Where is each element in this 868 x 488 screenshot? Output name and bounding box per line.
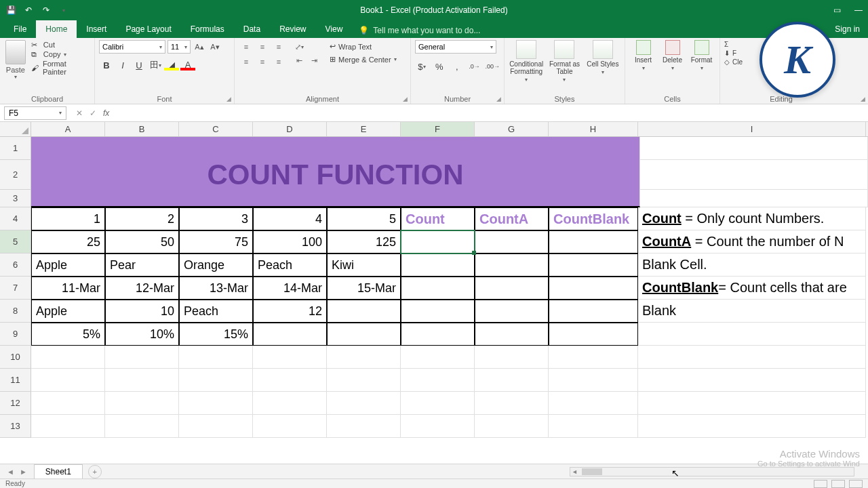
cell-D8[interactable]: 12: [253, 300, 327, 323]
cell-I7[interactable]: CountBlank= Count cells that are: [638, 277, 866, 300]
cell-I12[interactable]: [638, 392, 866, 415]
cell-H13[interactable]: [549, 415, 638, 438]
cell-merged-title-bottom[interactable]: [31, 190, 640, 207]
row-header-12[interactable]: 12: [0, 392, 31, 415]
cell-G7[interactable]: [475, 277, 549, 300]
decrease-font-icon[interactable]: A▾: [208, 40, 222, 54]
col-header-B[interactable]: B: [105, 122, 179, 136]
col-header-D[interactable]: D: [253, 122, 327, 136]
increase-indent-icon[interactable]: ⇥: [307, 54, 321, 67]
cell-B12[interactable]: [105, 392, 179, 415]
sign-in-link[interactable]: Sign in: [835, 24, 860, 34]
redo-icon[interactable]: ↷: [41, 5, 52, 16]
format-as-table-button[interactable]: Format as Table▾: [547, 40, 582, 83]
insert-cells-button[interactable]: Insert▾: [629, 40, 657, 71]
horizontal-scrollbar[interactable]: ◄: [570, 467, 854, 476]
cell-B13[interactable]: [105, 415, 179, 438]
minimize-icon[interactable]: —: [854, 5, 863, 15]
cell-H8[interactable]: [549, 300, 638, 323]
row-header-7[interactable]: 7: [0, 277, 31, 300]
normal-view-icon[interactable]: [814, 480, 827, 488]
row-header-3[interactable]: 3: [0, 190, 31, 207]
format-cells-button[interactable]: Format▾: [688, 40, 715, 71]
delete-cells-button[interactable]: Delete▾: [658, 40, 686, 71]
font-name-select[interactable]: Calibri▾: [99, 40, 165, 54]
row-header-11[interactable]: 11: [0, 369, 31, 392]
font-dialog-icon[interactable]: ◢: [226, 96, 231, 102]
align-bottom-icon[interactable]: ≡: [271, 40, 286, 54]
cell-B9[interactable]: 10%: [105, 323, 179, 346]
tab-formulas[interactable]: Formulas: [181, 20, 234, 38]
cell-merged-title[interactable]: COUNT FUNCTION: [31, 160, 640, 190]
col-header-F[interactable]: F: [401, 122, 475, 136]
cell-H7[interactable]: [549, 277, 638, 300]
cell-B8[interactable]: 10: [105, 300, 179, 323]
cell-G12[interactable]: [475, 392, 549, 415]
cell-A7[interactable]: 11-Mar: [31, 277, 105, 300]
cell-A11[interactable]: [31, 369, 105, 392]
cell-E5[interactable]: 125: [327, 230, 401, 253]
number-dialog-icon[interactable]: ◢: [496, 96, 501, 102]
cell-styles-button[interactable]: Cell Styles▾: [585, 40, 620, 83]
col-header-E[interactable]: E: [327, 122, 401, 136]
cell-F10[interactable]: [401, 346, 475, 369]
undo-icon[interactable]: ↶: [23, 5, 34, 16]
sheet-prev-icon[interactable]: ◄: [7, 468, 14, 476]
cell-I1[interactable]: [640, 137, 868, 160]
cell-F4[interactable]: Count: [401, 207, 475, 230]
row-header-10[interactable]: 10: [0, 346, 31, 369]
col-header-I[interactable]: I: [638, 122, 866, 136]
decrease-indent-icon[interactable]: ⇤: [292, 54, 307, 67]
tab-page-layout[interactable]: Page Layout: [116, 20, 180, 38]
row-header-8[interactable]: 8: [0, 300, 31, 323]
align-middle-icon[interactable]: ≡: [255, 40, 270, 54]
tab-view[interactable]: View: [316, 20, 353, 38]
row-header-9[interactable]: 9: [0, 323, 31, 346]
align-top-icon[interactable]: ≡: [239, 40, 254, 54]
cell-E10[interactable]: [327, 346, 401, 369]
cell-B6[interactable]: Pear: [105, 253, 179, 277]
fill-color-button[interactable]: ◢: [164, 58, 179, 73]
cell-A12[interactable]: [31, 392, 105, 415]
wrap-text-button[interactable]: ↩Wrap Text: [328, 40, 398, 53]
name-box[interactable]: F5▾: [4, 106, 66, 120]
cell-E13[interactable]: [327, 415, 401, 438]
currency-button[interactable]: $▾: [415, 59, 429, 74]
align-center-icon[interactable]: ≡: [255, 55, 270, 68]
align-right-icon[interactable]: ≡: [271, 55, 286, 68]
cell-B10[interactable]: [105, 346, 179, 369]
cell-D9[interactable]: [253, 323, 327, 346]
col-header-G[interactable]: G: [475, 122, 549, 136]
cell-A13[interactable]: [31, 415, 105, 438]
col-header-A[interactable]: A: [31, 122, 105, 136]
cell-I4[interactable]: Count = Only count Numbers.: [638, 207, 866, 230]
tab-data[interactable]: Data: [234, 20, 270, 38]
cell-G11[interactable]: [475, 369, 549, 392]
cell-I6[interactable]: Blank Cell.: [638, 253, 866, 277]
cell-F13[interactable]: [401, 415, 475, 438]
cell-B7[interactable]: 12-Mar: [105, 277, 179, 300]
sheet-next-icon[interactable]: ►: [20, 468, 27, 476]
cell-H5[interactable]: [549, 230, 638, 253]
cell-D10[interactable]: [253, 346, 327, 369]
cell-A9[interactable]: 5%: [31, 323, 105, 346]
cell-I2[interactable]: [640, 160, 868, 190]
cell-G6[interactable]: [475, 253, 549, 277]
qat-dropdown-icon[interactable]: ▾: [58, 5, 69, 16]
cell-H9[interactable]: [549, 323, 638, 346]
cell-H6[interactable]: [549, 253, 638, 277]
cell-C11[interactable]: [179, 369, 253, 392]
number-format-select[interactable]: General▾: [415, 40, 496, 54]
cell-I8[interactable]: Blank: [638, 300, 866, 323]
cell-C4[interactable]: 3: [179, 207, 253, 230]
cell-G4[interactable]: CountA: [475, 207, 549, 230]
tab-insert[interactable]: Insert: [77, 20, 116, 38]
fx-icon[interactable]: fx: [103, 108, 109, 118]
underline-button[interactable]: U: [132, 58, 146, 73]
cell-C12[interactable]: [179, 392, 253, 415]
clipboard-dialog-icon[interactable]: ◢: [861, 96, 865, 102]
tab-file[interactable]: File: [4, 20, 36, 38]
cell-F9[interactable]: [401, 323, 475, 346]
cell-H10[interactable]: [549, 346, 638, 369]
align-left-icon[interactable]: ≡: [239, 55, 254, 68]
